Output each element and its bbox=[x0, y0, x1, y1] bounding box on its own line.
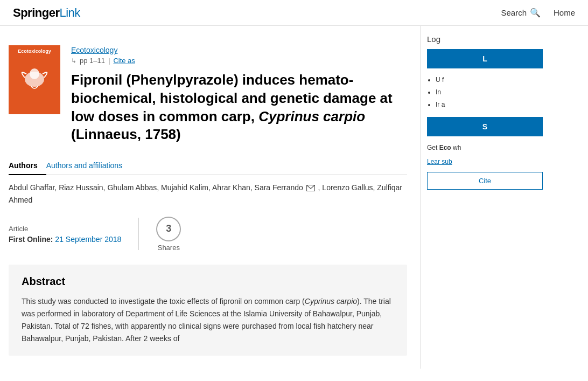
email-icon-wrapper bbox=[306, 182, 315, 193]
title-italic: Cyprinus carpio bbox=[258, 108, 365, 124]
search-icon: 🔍 bbox=[530, 8, 541, 18]
shares-count: 3 bbox=[156, 217, 181, 241]
first-online-label: First Online: bbox=[9, 235, 53, 244]
first-online: First Online: 21 September 2018 bbox=[9, 235, 121, 244]
article-meta: Ecotoxicology ↳ pp 1–11 | Cite as Fipron… bbox=[71, 45, 407, 144]
home-nav[interactable]: Home bbox=[554, 8, 575, 17]
bullet-1: U f bbox=[436, 75, 543, 85]
first-online-date: 21 September 2018 bbox=[55, 235, 121, 244]
abstract-section: Abstract This study was conducted to inv… bbox=[9, 265, 407, 356]
authors-text-1: Abdul Ghaffar, Riaz Hussain, Ghulam Abba… bbox=[9, 183, 303, 192]
cover-title: Ecotoxicology bbox=[18, 49, 51, 54]
book-cover: Ecotoxicology bbox=[9, 45, 60, 114]
email-icon bbox=[306, 185, 315, 191]
abstract-text: This study was conducted to investigate … bbox=[22, 295, 394, 345]
link-text: Link bbox=[59, 6, 80, 19]
article-title: Fipronil (Phenylpyrazole) induces hemato… bbox=[71, 71, 407, 144]
get-text: Get bbox=[427, 144, 437, 151]
tab-authors[interactable]: Authors bbox=[9, 157, 46, 175]
abstract-italic: Cyprinus carpio bbox=[305, 297, 357, 306]
search-label: Search bbox=[501, 8, 527, 17]
vertical-divider bbox=[138, 218, 139, 250]
search-button[interactable]: Search 🔍 bbox=[501, 8, 541, 18]
sidebar-log-label: Log bbox=[427, 34, 543, 44]
pipe-separator: | bbox=[108, 57, 110, 65]
cover-bird-image bbox=[16, 59, 53, 96]
springer-text: Springer bbox=[13, 6, 59, 19]
header-right: Search 🔍 Home bbox=[501, 8, 575, 18]
header: SpringerLink Search 🔍 Home bbox=[0, 0, 588, 26]
bullet-2: In bbox=[436, 87, 543, 98]
svg-point-1 bbox=[30, 68, 39, 79]
cite-as-link[interactable]: Cite as bbox=[113, 57, 135, 65]
content-area: Ecotoxicology Ecotoxicology ↳ pp 1–11 bbox=[0, 26, 420, 369]
article-info-row: Article First Online: 21 September 2018 … bbox=[9, 217, 407, 252]
authors-tabs: Authors Authors and affiliations bbox=[9, 157, 407, 175]
journal-link[interactable]: Ecotoxicology bbox=[71, 46, 117, 54]
article-type: Article bbox=[9, 225, 121, 233]
shares-label: Shares bbox=[158, 244, 180, 252]
sidebar-login-button[interactable]: L bbox=[427, 49, 543, 68]
article-pages: ↳ pp 1–11 | Cite as bbox=[71, 57, 407, 65]
sidebar-more-text: wh bbox=[453, 144, 461, 151]
springer-logo: SpringerLink bbox=[13, 6, 80, 20]
sidebar-cite-button[interactable]: Cite bbox=[427, 172, 543, 190]
tab-affiliations[interactable]: Authors and affiliations bbox=[46, 157, 131, 175]
sidebar-journal-name: Eco bbox=[439, 144, 451, 151]
header-left: SpringerLink bbox=[13, 6, 80, 20]
article-header: Ecotoxicology Ecotoxicology ↳ pp 1–11 bbox=[9, 39, 407, 144]
sidebar-get-text: Get Eco wh bbox=[427, 143, 543, 153]
right-sidebar: Log L U f In Ir a S Get Eco wh Lear sub … bbox=[420, 26, 549, 369]
sidebar-learn-link[interactable]: Lear sub bbox=[427, 158, 543, 165]
article-info-left: Article First Online: 21 September 2018 bbox=[9, 225, 121, 244]
shares-section: 3 Shares bbox=[156, 217, 181, 252]
authors-list: Abdul Ghaffar, Riaz Hussain, Ghulam Abba… bbox=[9, 182, 407, 206]
title-part2: (Linnaeus, 1758) bbox=[71, 126, 181, 142]
bullet-3: Ir a bbox=[436, 100, 543, 110]
abstract-text-1: This study was conducted to investigate … bbox=[22, 297, 305, 306]
sidebar-subscribe-button[interactable]: S bbox=[427, 117, 543, 136]
abstract-heading: Abstract bbox=[22, 275, 394, 288]
pages-arrow: ↳ bbox=[71, 57, 76, 65]
main-container: Ecotoxicology Ecotoxicology ↳ pp 1–11 bbox=[0, 26, 588, 369]
pages-text: pp 1–11 bbox=[80, 57, 105, 65]
sidebar-bullets: U f In Ir a bbox=[427, 75, 543, 110]
